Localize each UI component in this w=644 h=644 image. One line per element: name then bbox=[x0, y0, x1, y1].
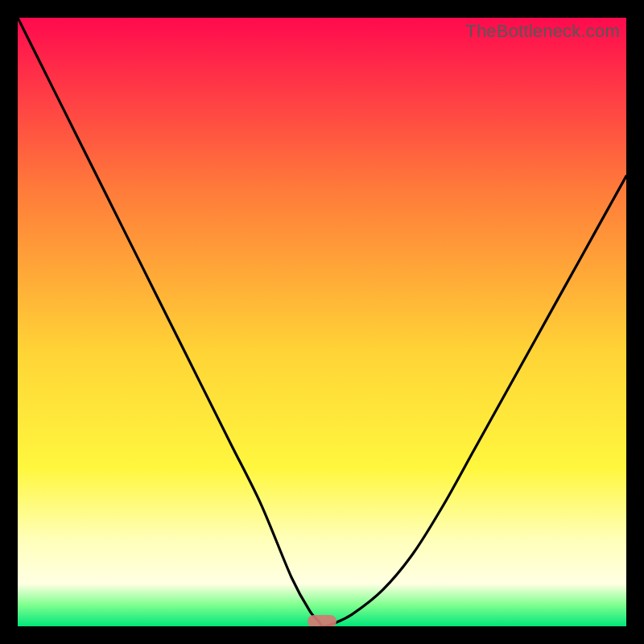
bottleneck-curve bbox=[18, 18, 626, 626]
watermark-text: TheBottleneck.com bbox=[465, 21, 620, 42]
minimum-marker bbox=[308, 615, 336, 626]
plot-area: TheBottleneck.com bbox=[18, 18, 626, 626]
chart-frame: TheBottleneck.com bbox=[0, 0, 644, 644]
